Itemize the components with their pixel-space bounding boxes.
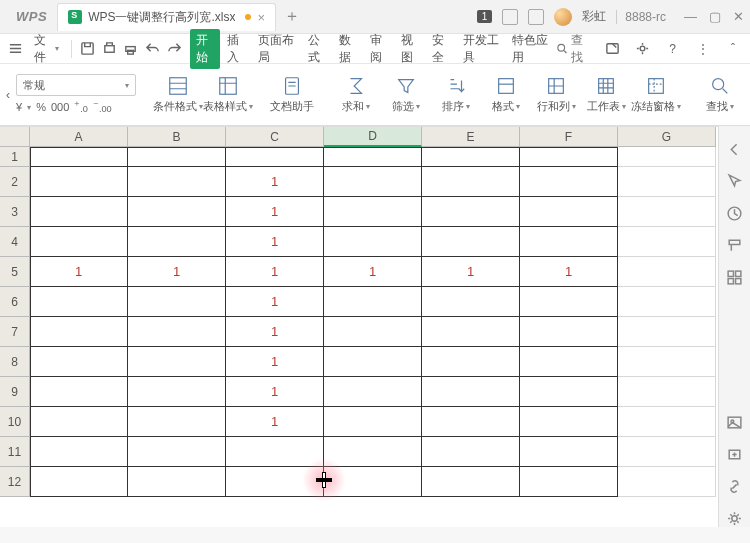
- save-icon[interactable]: [77, 37, 97, 61]
- more-icon[interactable]: ⋮: [692, 37, 714, 61]
- cell[interactable]: 1: [226, 287, 324, 317]
- cell[interactable]: [324, 287, 422, 317]
- file-menu-button[interactable]: 文件▾: [28, 32, 65, 66]
- username-label[interactable]: 彩虹: [582, 8, 606, 25]
- table-style-button[interactable]: 表格样式▾: [206, 75, 250, 114]
- rowcol-button[interactable]: 行和列▾: [534, 75, 578, 114]
- cell[interactable]: [422, 437, 520, 467]
- thousand-sep-button[interactable]: 000: [51, 101, 69, 113]
- cell[interactable]: [324, 317, 422, 347]
- cell[interactable]: [422, 377, 520, 407]
- cell[interactable]: [226, 147, 324, 167]
- backup-tool-icon[interactable]: [726, 445, 744, 463]
- cell[interactable]: [324, 167, 422, 197]
- row-header[interactable]: 12: [0, 467, 30, 497]
- row-header[interactable]: 8: [0, 347, 30, 377]
- column-header[interactable]: D: [324, 127, 422, 147]
- column-header[interactable]: C: [226, 127, 324, 147]
- close-window-button[interactable]: ✕: [733, 9, 744, 24]
- select-all-corner[interactable]: [0, 127, 30, 147]
- clock-tool-icon[interactable]: [726, 204, 744, 222]
- cell[interactable]: [422, 317, 520, 347]
- row-header[interactable]: 4: [0, 227, 30, 257]
- cell[interactable]: 1: [226, 197, 324, 227]
- cell[interactable]: [30, 147, 128, 167]
- settings-tool-icon[interactable]: [726, 509, 744, 527]
- cell[interactable]: 1: [128, 257, 226, 287]
- cell[interactable]: [422, 197, 520, 227]
- cell[interactable]: [30, 437, 128, 467]
- menu-tab-0[interactable]: 开始: [190, 29, 220, 69]
- freeze-panes-button[interactable]: 冻结窗格▾: [634, 75, 678, 114]
- cell[interactable]: [618, 197, 716, 227]
- cell[interactable]: [128, 227, 226, 257]
- menu-tab-8[interactable]: 开发工具: [457, 29, 505, 69]
- cell[interactable]: [128, 167, 226, 197]
- sort-button[interactable]: 排序▾: [434, 75, 478, 114]
- help-icon[interactable]: ?: [661, 37, 683, 61]
- find-button[interactable]: 查找▾: [698, 75, 742, 114]
- cell[interactable]: [324, 147, 422, 167]
- cell[interactable]: [422, 167, 520, 197]
- row-header[interactable]: 7: [0, 317, 30, 347]
- cell[interactable]: [128, 197, 226, 227]
- format-button[interactable]: 格式▾: [484, 75, 528, 114]
- menu-tab-1[interactable]: 插入: [221, 29, 251, 69]
- cell[interactable]: 1: [226, 377, 324, 407]
- cell[interactable]: [226, 437, 324, 467]
- cell[interactable]: [30, 167, 128, 197]
- search-commands-button[interactable]: 查找: [556, 32, 593, 66]
- cell[interactable]: 1: [520, 257, 618, 287]
- cell[interactable]: 1: [226, 317, 324, 347]
- column-header[interactable]: A: [30, 127, 128, 147]
- cell[interactable]: [520, 287, 618, 317]
- cell[interactable]: [520, 197, 618, 227]
- cell[interactable]: 1: [226, 227, 324, 257]
- row-header[interactable]: 5: [0, 257, 30, 287]
- cell[interactable]: [618, 257, 716, 287]
- cell[interactable]: [30, 377, 128, 407]
- cell[interactable]: [324, 347, 422, 377]
- tab-count-badge[interactable]: 1: [477, 10, 493, 23]
- cell[interactable]: [618, 147, 716, 167]
- menu-tab-9[interactable]: 特色应用: [506, 29, 554, 69]
- cell[interactable]: [520, 407, 618, 437]
- link-tool-icon[interactable]: [726, 477, 744, 495]
- currency-button[interactable]: ¥: [16, 101, 22, 113]
- components-tool-icon[interactable]: [726, 268, 744, 286]
- cell[interactable]: [520, 467, 618, 497]
- cell[interactable]: [128, 437, 226, 467]
- cell[interactable]: [618, 287, 716, 317]
- cell[interactable]: [520, 377, 618, 407]
- cell[interactable]: [520, 347, 618, 377]
- cell-grid[interactable]: 11111111111111: [30, 147, 718, 527]
- cell[interactable]: [618, 467, 716, 497]
- doc-helper-button[interactable]: 文档助手: [270, 75, 314, 114]
- app-extra-icon[interactable]: [528, 9, 544, 25]
- close-tab-button[interactable]: ×: [257, 10, 265, 25]
- share-icon[interactable]: [601, 37, 623, 61]
- cell[interactable]: [30, 347, 128, 377]
- cell[interactable]: [128, 317, 226, 347]
- menu-tab-7[interactable]: 安全: [426, 29, 456, 69]
- gallery-tool-icon[interactable]: [726, 413, 744, 431]
- cell[interactable]: [324, 467, 422, 497]
- expand-panel-icon[interactable]: [726, 140, 744, 158]
- style-tool-icon[interactable]: [726, 236, 744, 254]
- cell[interactable]: 1: [324, 257, 422, 287]
- cell[interactable]: [422, 467, 520, 497]
- cell[interactable]: [30, 317, 128, 347]
- cell[interactable]: 1: [30, 257, 128, 287]
- row-header[interactable]: 1: [0, 147, 30, 167]
- cell[interactable]: 1: [226, 167, 324, 197]
- cell[interactable]: [128, 147, 226, 167]
- row-header[interactable]: 2: [0, 167, 30, 197]
- user-avatar[interactable]: [554, 8, 572, 26]
- print-preview-icon[interactable]: [99, 37, 119, 61]
- cell[interactable]: [422, 287, 520, 317]
- cell[interactable]: 1: [422, 257, 520, 287]
- cell[interactable]: [128, 467, 226, 497]
- menu-tab-4[interactable]: 数据: [333, 29, 363, 69]
- cell[interactable]: [422, 147, 520, 167]
- sum-button[interactable]: 求和▾: [334, 75, 378, 114]
